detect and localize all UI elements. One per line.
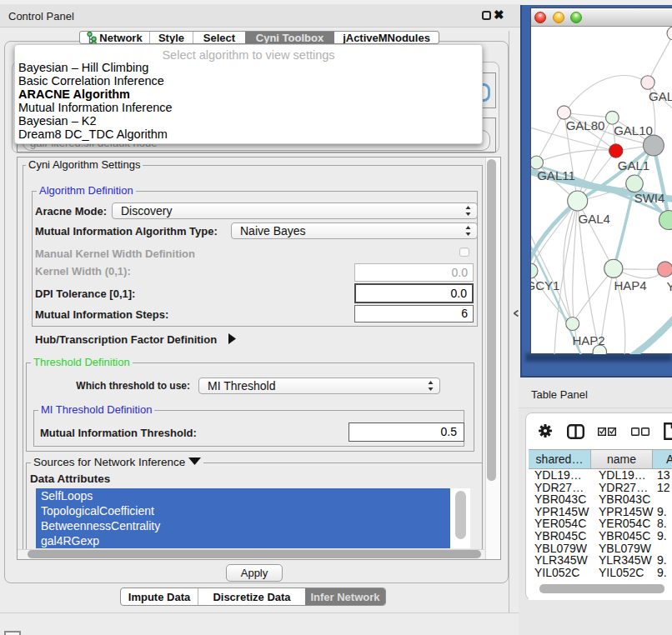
svg-text:HAP2: HAP2: [572, 333, 604, 348]
svg-text:SWI4: SWI4: [634, 191, 665, 205]
svg-text:GAL80: GAL80: [566, 118, 605, 132]
svg-text:GAL4: GAL4: [579, 212, 610, 226]
svg-text:GAL1: GAL1: [618, 158, 649, 172]
svg-text:YE: YE: [667, 279, 672, 293]
svg-text:HAP4: HAP4: [614, 278, 646, 292]
svg-text:GAL11: GAL11: [537, 168, 575, 182]
svg-text:GAL10: GAL10: [614, 123, 653, 138]
svg-text:GCY1: GCY1: [531, 278, 559, 292]
svg-text:GAL8: GAL8: [649, 89, 672, 103]
